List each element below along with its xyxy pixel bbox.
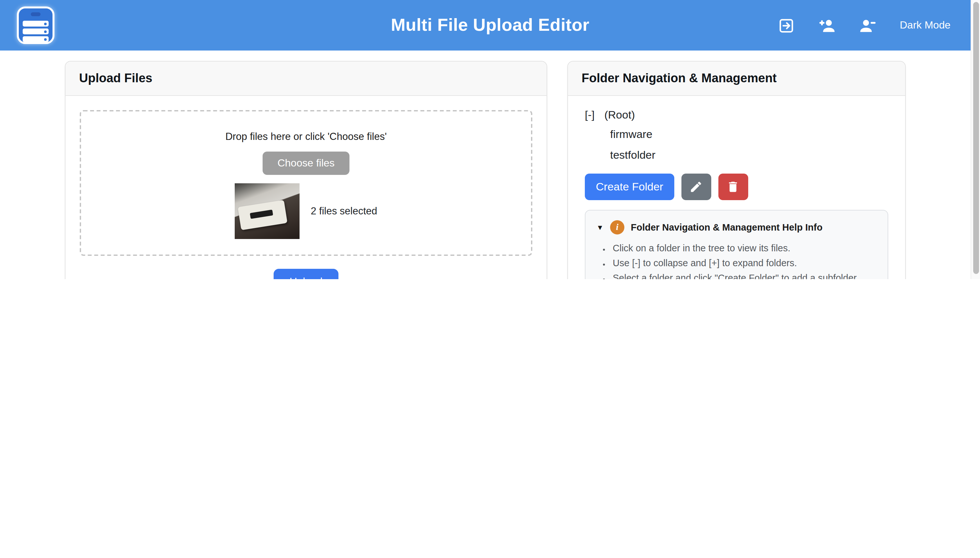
app-logo-server-stack-icon — [17, 7, 54, 44]
upload-files-card: Upload Files Drop files here or click 'C… — [65, 61, 547, 279]
folder-help-box: ▼ i Folder Navigation & Management Help … — [585, 210, 888, 279]
page-scrollbar[interactable] — [970, 0, 980, 279]
folder-navigation-card: Folder Navigation & Management [-] (Root… — [567, 61, 906, 279]
scrollbar-thumb[interactable] — [973, 2, 979, 274]
selected-files-count: 2 files selected — [311, 205, 377, 217]
rename-folder-button[interactable] — [682, 174, 711, 200]
help-bullet: Use [-] to collapse and [+] to expand fo… — [611, 256, 876, 271]
folder-tree-root[interactable]: [-] (Root) — [585, 106, 888, 124]
folder-tree-item-firmware[interactable]: firmware — [585, 124, 888, 145]
file-dropzone[interactable]: Drop files here or click 'Choose files' … — [80, 110, 532, 256]
folder-tree: [-] (Root) firmware testfolder — [585, 106, 888, 166]
upload-button[interactable]: Upload — [273, 269, 338, 279]
folder-tree-item-testfolder[interactable]: testfolder — [585, 145, 888, 166]
tree-root-label[interactable]: (Root) — [604, 109, 635, 122]
header-actions: Dark Mode — [777, 16, 951, 34]
pencil-icon — [690, 180, 703, 194]
help-bullet: Click on a folder in the tree to view it… — [611, 241, 876, 256]
app-header: Multi File Upload Editor Dark Mode — [0, 0, 980, 51]
info-icon: i — [610, 220, 624, 235]
app-root: Multi File Upload Editor Dark Mode — [0, 0, 980, 279]
trash-icon — [726, 180, 740, 194]
dropzone-instruction: Drop files here or click 'Choose files' — [87, 131, 525, 143]
folder-help-header[interactable]: ▼ i Folder Navigation & Management Help … — [596, 220, 876, 235]
delete-folder-button[interactable] — [718, 174, 748, 200]
cards-row: Upload Files Drop files here or click 'C… — [0, 51, 980, 279]
choose-files-button[interactable]: Choose files — [263, 151, 349, 175]
folder-card-title: Folder Navigation & Management — [568, 62, 905, 96]
folder-help-bullets: Click on a folder in the tree to view it… — [596, 241, 876, 279]
tree-collapse-toggle[interactable]: [-] — [585, 109, 595, 122]
page-title: Multi File Upload Editor — [391, 15, 590, 35]
folder-help-title: Folder Navigation & Management Help Info — [631, 222, 822, 233]
selected-file-preview-image — [235, 183, 300, 239]
upload-card-title: Upload Files — [66, 62, 547, 96]
help-bullet: Select a folder and click "Create Folder… — [611, 271, 876, 279]
add-user-icon[interactable] — [818, 16, 836, 34]
chevron-down-icon[interactable]: ▼ — [596, 223, 604, 231]
create-folder-button[interactable]: Create Folder — [585, 174, 674, 200]
login-icon[interactable] — [777, 16, 795, 34]
remove-user-icon[interactable] — [859, 16, 876, 34]
dark-mode-toggle[interactable]: Dark Mode — [900, 20, 951, 31]
